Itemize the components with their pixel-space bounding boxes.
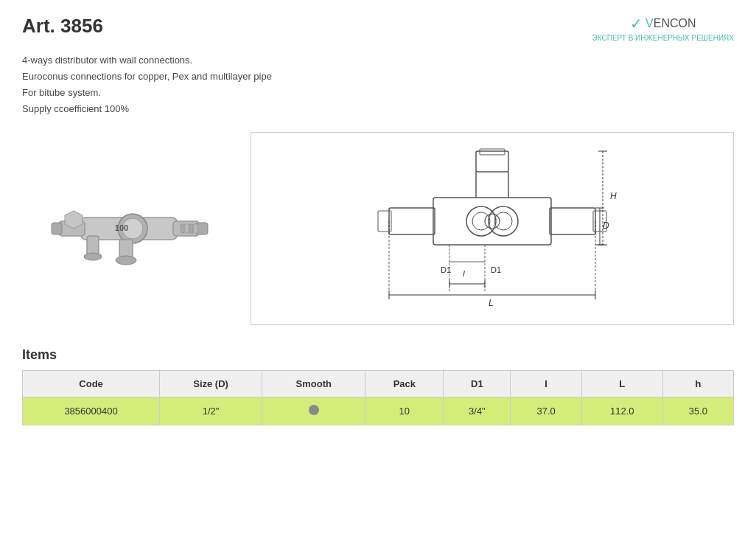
col-code: Code xyxy=(23,371,160,397)
table-row: 38560004001/2"103/4"37.0112.035.0 xyxy=(23,397,734,425)
items-section: Items Code Size (D) Smooth Pack D1 I L h… xyxy=(22,347,734,425)
logo: ✓ VENCON ЭКСПЕРТ В ИНЖЕНЕРНЫХ РЕШЕНИЯХ xyxy=(592,15,734,42)
svg-point-8 xyxy=(116,256,136,265)
svg-text:H: H xyxy=(610,191,617,201)
product-description: 4-ways distributor with wall connections… xyxy=(22,52,734,117)
logo-check-icon: ✓ xyxy=(630,15,643,32)
cell-pack: 10 xyxy=(365,397,444,425)
col-size: Size (D) xyxy=(160,371,262,397)
svg-rect-17 xyxy=(476,151,508,172)
items-title: Items xyxy=(22,347,734,363)
svg-text:100: 100 xyxy=(115,223,128,232)
cell-code: 3856000400 xyxy=(23,397,160,425)
desc-line-3: For bitube system. xyxy=(22,85,734,101)
svg-rect-15 xyxy=(189,224,193,233)
logo-text: VENCON xyxy=(645,17,696,30)
logo-slogan: ЭКСПЕРТ В ИНЖЕНЕРНЫХ РЕШЕНИЯХ xyxy=(592,34,734,42)
logo-rest: ENCON xyxy=(654,17,696,29)
logo-v: V xyxy=(645,17,654,29)
desc-line-2: Euroconus connections for copper, Pex an… xyxy=(22,69,734,85)
svg-rect-4 xyxy=(52,223,62,234)
svg-text:D1: D1 xyxy=(441,265,451,274)
smooth-indicator xyxy=(262,397,365,425)
article-title: Art. 3856 xyxy=(22,15,103,38)
diagram-svg: H D D1 D1 I L xyxy=(367,147,617,310)
svg-point-28 xyxy=(485,214,500,229)
svg-rect-13 xyxy=(181,224,184,233)
product-image: 100 xyxy=(22,162,228,295)
cell-h: 35.0 xyxy=(662,397,733,425)
svg-point-25 xyxy=(472,212,490,230)
svg-text:D1: D1 xyxy=(491,265,501,274)
svg-text:D: D xyxy=(603,220,609,231)
svg-point-27 xyxy=(494,212,512,230)
svg-text:I: I xyxy=(463,269,465,278)
cell-size: 1/2" xyxy=(160,397,262,425)
cell-d1: 3/4" xyxy=(444,397,511,425)
product-illustration: 100 xyxy=(37,162,214,295)
smooth-dot-icon xyxy=(309,405,319,415)
desc-line-4: Supply ccoefficient 100% xyxy=(22,101,734,117)
cell-i: 37.0 xyxy=(511,397,581,425)
svg-rect-14 xyxy=(185,224,189,233)
col-l: L xyxy=(581,371,662,397)
svg-point-26 xyxy=(489,206,518,236)
svg-rect-18 xyxy=(480,149,505,155)
svg-rect-19 xyxy=(433,198,551,245)
col-smooth: Smooth xyxy=(262,371,365,397)
svg-rect-20 xyxy=(389,208,435,234)
page-header: Art. 3856 ✓ VENCON ЭКСПЕРТ В ИНЖЕНЕРНЫХ … xyxy=(22,15,734,42)
svg-point-10 xyxy=(84,253,102,260)
technical-diagram: H D D1 D1 I L xyxy=(251,132,734,325)
col-i: I xyxy=(511,371,581,397)
desc-line-1: 4-ways distributor with wall connections… xyxy=(22,52,734,69)
svg-rect-6 xyxy=(196,223,208,234)
table-header-row: Code Size (D) Smooth Pack D1 I L h xyxy=(23,371,734,397)
col-pack: Pack xyxy=(365,371,444,397)
content-area: 100 xyxy=(22,132,734,325)
svg-point-24 xyxy=(466,206,496,236)
cell-l: 112.0 xyxy=(581,397,662,425)
items-table: Code Size (D) Smooth Pack D1 I L h 38560… xyxy=(22,370,734,425)
svg-rect-16 xyxy=(194,224,197,233)
svg-rect-22 xyxy=(550,208,595,234)
svg-text:L: L xyxy=(489,298,494,308)
col-d1: D1 xyxy=(444,371,511,397)
col-h: h xyxy=(662,371,733,397)
